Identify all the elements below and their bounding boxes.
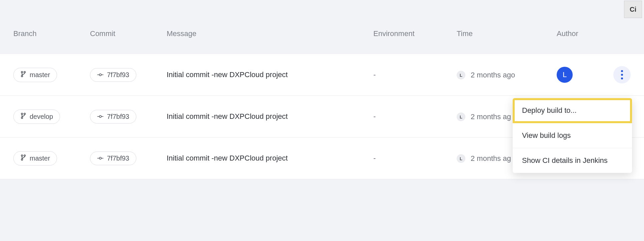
- commit-hash: 7f7bf93: [107, 71, 129, 79]
- time-text: 2 months ago: [471, 71, 515, 79]
- commit-hash: 7f7bf93: [107, 113, 129, 120]
- svg-point-13: [24, 155, 25, 156]
- svg-point-0: [21, 71, 23, 72]
- commit-pill[interactable]: 7f7bf93: [90, 68, 136, 82]
- menu-item-deploy[interactable]: Deploy build to...: [513, 98, 632, 123]
- commit-pill[interactable]: 7f7bf93: [90, 110, 136, 124]
- svg-point-9: [99, 115, 101, 117]
- time-cell: L 2 months ago: [457, 71, 515, 79]
- menu-item-view-logs[interactable]: View build logs: [513, 123, 632, 148]
- svg-point-8: [21, 117, 23, 118]
- commit-hash: 7f7bf93: [107, 155, 129, 162]
- row-actions-button[interactable]: [613, 66, 631, 83]
- column-header-commit: Commit: [90, 29, 167, 38]
- ci-badge[interactable]: Ci: [624, 1, 642, 18]
- time-text: 2 months ag: [471, 154, 511, 163]
- branch-pill[interactable]: develop: [13, 109, 60, 124]
- menu-item-jenkins[interactable]: Show CI details in Jenkins: [513, 148, 632, 173]
- branch-icon: [20, 71, 26, 79]
- branch-name: develop: [30, 113, 53, 120]
- branch-pill[interactable]: master: [13, 151, 57, 166]
- clock-icon: L: [457, 112, 465, 121]
- branch-pill[interactable]: master: [13, 68, 57, 82]
- time-cell: L 2 months ag: [457, 112, 511, 121]
- branch-icon: [20, 112, 26, 121]
- clock-icon: L: [457, 71, 465, 79]
- svg-point-7: [24, 113, 25, 114]
- svg-point-12: [21, 155, 23, 156]
- branch-name: master: [30, 155, 50, 162]
- column-header-time: Time: [457, 29, 557, 38]
- commit-icon: [97, 113, 104, 120]
- avatar[interactable]: L: [557, 67, 573, 83]
- commit-icon: [97, 155, 104, 162]
- table-header-row: Branch Commit Message Environment Time A…: [0, 29, 644, 54]
- time-cell: L 2 months ag: [457, 154, 511, 163]
- column-header-branch: Branch: [13, 29, 90, 38]
- commit-pill[interactable]: 7f7bf93: [90, 152, 136, 165]
- commit-message: Initial commit -new DXPCloud project: [167, 154, 373, 163]
- svg-point-2: [21, 75, 23, 76]
- environment-value: -: [373, 154, 457, 163]
- row-actions-menu: Deploy build to... View build logs Show …: [513, 98, 632, 173]
- branch-icon: [20, 154, 26, 163]
- svg-point-15: [99, 157, 101, 159]
- column-header-environment: Environment: [373, 29, 457, 38]
- svg-point-6: [21, 113, 23, 114]
- commit-icon: [97, 71, 104, 79]
- commit-message: Initial commit -new DXPCloud project: [167, 70, 373, 79]
- clock-icon: L: [457, 154, 465, 163]
- time-text: 2 months ag: [471, 112, 511, 121]
- svg-point-14: [21, 159, 23, 160]
- kebab-icon: [621, 70, 623, 79]
- column-header-message: Message: [167, 29, 373, 38]
- svg-point-3: [99, 74, 101, 76]
- branch-name: master: [30, 71, 50, 79]
- svg-point-1: [24, 71, 25, 72]
- column-header-author: Author: [557, 29, 610, 38]
- commit-message: Initial commit -new DXPCloud project: [167, 112, 373, 121]
- environment-value: -: [373, 112, 457, 121]
- table-row: master 7f7bf93 Initial commit -new DXPCl…: [0, 54, 644, 96]
- environment-value: -: [373, 70, 457, 79]
